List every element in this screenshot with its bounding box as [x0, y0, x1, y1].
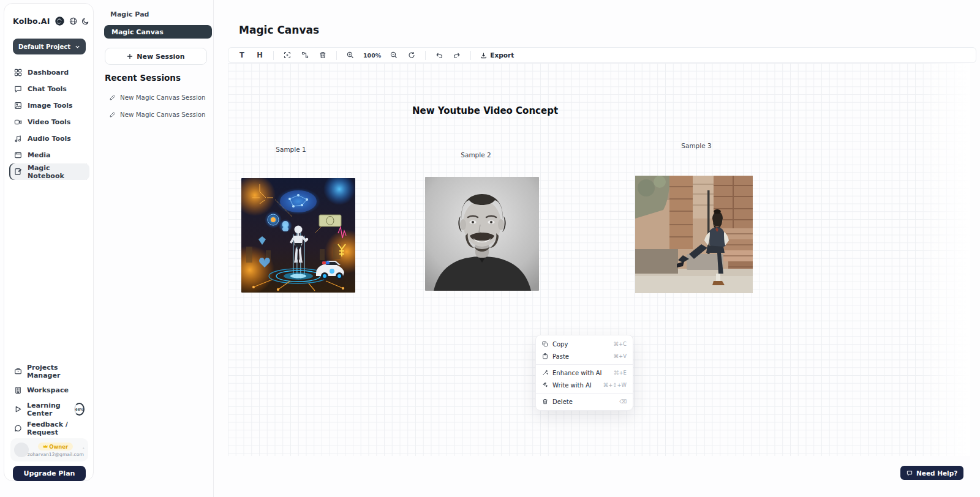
sidebar-item-audio-tools[interactable]: Audio Tools — [9, 130, 89, 147]
help-chat-icon — [907, 470, 913, 476]
new-session-button[interactable]: New Session — [105, 48, 207, 65]
plus-icon — [127, 53, 133, 59]
zoom-in-icon — [347, 51, 354, 59]
reset-view-button[interactable] — [405, 49, 418, 61]
context-menu-shortcut: ⌘+E — [614, 370, 627, 376]
context-menu-item-enhance-with-ai[interactable]: Enhance with AI ⌘+E — [536, 367, 633, 379]
context-menu-label: Write with AI — [552, 382, 592, 389]
zoom-level-value[interactable]: 100% — [361, 52, 383, 59]
sidebar-item-projects-manager[interactable]: Projects Manager — [9, 362, 89, 381]
sidebar-footer-nav: Projects Manager Workspace Learning Cent… — [9, 362, 89, 438]
delete-tool-button[interactable] — [316, 49, 330, 61]
zoom-in-button[interactable] — [344, 49, 357, 61]
sample-3-image[interactable] — [635, 176, 753, 293]
dashboard-icon — [14, 69, 22, 77]
crown-icon — [43, 444, 48, 449]
owner-role-label: Owner — [49, 444, 68, 450]
project-selector-label: Default Project — [18, 43, 70, 50]
sidebar-item-image-tools[interactable]: Image Tools — [9, 97, 89, 114]
export-button[interactable]: Export — [478, 51, 516, 59]
new-session-label: New Session — [137, 53, 184, 61]
page-title: Magic Canvas — [239, 24, 319, 36]
need-help-button[interactable]: Need Help? — [900, 466, 963, 480]
upgrade-plan-button[interactable]: Upgrade Plan — [13, 466, 86, 481]
context-menu: Copy ⌘+C Paste ⌘+V Enhance with AI ⌘+E W… — [535, 335, 633, 411]
sidebar-item-label: Image Tools — [28, 102, 73, 110]
connector-icon — [301, 51, 309, 59]
context-menu-shortcut: ⌫ — [619, 398, 627, 405]
sidebar-item-label: Audio Tools — [28, 135, 71, 143]
app-window: Kolbo.AI Default Project Dashboard Chat … — [0, 0, 980, 497]
recent-sessions-title: Recent Sessions — [105, 73, 181, 83]
text-tool-button[interactable]: T — [235, 49, 249, 61]
user-account-card[interactable]: Owner zoharvan12@gmail.com ˄ — [10, 438, 88, 461]
avatar — [14, 443, 29, 457]
export-label: Export — [490, 51, 514, 59]
sample-1-label[interactable]: Sample 1 — [260, 146, 322, 153]
sidebar-item-label: Video Tools — [28, 118, 70, 126]
context-menu-label: Copy — [552, 341, 568, 348]
context-menu-item-copy[interactable]: Copy ⌘+C — [536, 338, 633, 350]
ai-image-tool-button[interactable] — [281, 49, 294, 61]
context-menu-shortcut: ⌘+V — [614, 353, 627, 359]
sidebar-item-label: Chat Tools — [28, 85, 67, 93]
notebook-icon — [14, 168, 22, 176]
context-menu-item-paste[interactable]: Paste ⌘+V — [536, 350, 633, 362]
user-email: zoharvan12@gmail.com — [28, 452, 84, 457]
sidebar-item-label: Magic Notebook — [28, 164, 85, 180]
context-menu-label: Paste — [552, 353, 569, 360]
need-help-label: Need Help? — [916, 469, 957, 477]
context-menu-divider — [536, 393, 633, 394]
sidebar-item-workspace[interactable]: Workspace — [9, 381, 89, 400]
language-globe-icon[interactable] — [69, 17, 77, 25]
upgrade-plan-label: Upgrade Plan — [24, 469, 75, 477]
footer-item-label: Learning Center — [27, 402, 68, 417]
grid-fade — [915, 63, 970, 456]
pencil-icon — [110, 111, 116, 118]
sample-2-label[interactable]: Sample 2 — [445, 151, 507, 159]
tab-magic-canvas-label: Magic Canvas — [111, 28, 164, 36]
sample-3-label[interactable]: Sample 3 — [666, 142, 727, 149]
project-selector-dropdown[interactable]: Default Project — [13, 39, 86, 54]
learning-progress-badge: 66% — [74, 403, 85, 416]
scan-sparkle-icon — [284, 51, 291, 59]
context-menu-label: Enhance with AI — [552, 370, 601, 376]
footer-item-label: Feedback / Request — [27, 420, 85, 436]
rotate-icon — [408, 51, 415, 59]
brain-logo-icon — [55, 16, 65, 26]
redo-icon — [453, 51, 461, 59]
footer-item-label: Workspace — [27, 386, 69, 394]
toolbar-divider — [470, 51, 471, 60]
undo-button[interactable] — [432, 49, 446, 61]
sample-1-image[interactable] — [241, 178, 355, 293]
sidebar-item-dashboard[interactable]: Dashboard — [9, 64, 89, 81]
context-menu-shortcut: ⌘+⇧+W — [603, 382, 627, 388]
connector-tool-button[interactable] — [298, 49, 312, 61]
session-list-item[interactable]: New Magic Canvas Session — [110, 92, 208, 102]
sidebar-item-chat-tools[interactable]: Chat Tools — [9, 81, 89, 97]
context-menu-item-write-with-ai[interactable]: Write with AI ⌘+⇧+W — [536, 379, 633, 391]
chat-icon — [14, 85, 22, 93]
sidebar-item-video-tools[interactable]: Video Tools — [9, 114, 89, 130]
sidebar-item-media[interactable]: Media — [9, 147, 89, 163]
sample-2-image[interactable] — [425, 177, 539, 291]
trash-icon — [319, 51, 326, 59]
zoom-out-button[interactable] — [387, 49, 401, 61]
tab-magic-pad[interactable]: Magic Pad — [105, 9, 154, 20]
media-icon — [14, 151, 22, 159]
session-list-item[interactable]: New Magic Canvas Session — [110, 110, 208, 119]
canvas-heading-text[interactable]: New Youtube Video Concept — [393, 105, 577, 116]
brand-logo-text: Kolbo.AI — [13, 17, 50, 26]
audio-icon — [14, 135, 22, 143]
context-menu-item-delete[interactable]: Delete ⌫ — [536, 395, 633, 408]
sidebar-item-learning-center[interactable]: Learning Center 66% — [9, 400, 89, 419]
dark-mode-moon-icon[interactable] — [81, 17, 89, 25]
tab-magic-canvas[interactable]: Magic Canvas — [104, 25, 212, 39]
heading-tool-button[interactable]: H — [253, 49, 266, 61]
redo-button[interactable] — [450, 49, 464, 61]
toolbar-divider — [425, 51, 426, 60]
magic-wand-icon — [542, 370, 548, 376]
sidebar-item-feedback-request[interactable]: Feedback / Request — [9, 419, 89, 438]
sidebar-item-magic-notebook[interactable]: Magic Notebook — [9, 163, 89, 180]
context-menu-divider — [536, 364, 633, 365]
